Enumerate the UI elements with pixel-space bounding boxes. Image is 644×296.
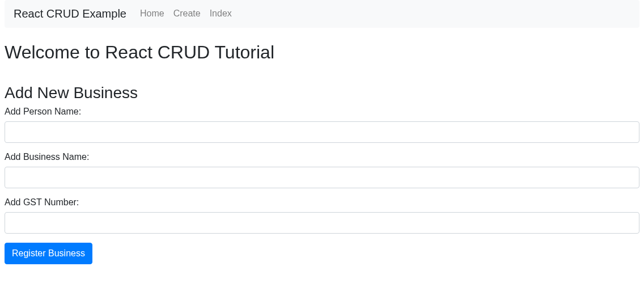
business-name-input[interactable]	[5, 167, 639, 188]
nav-item-index: Index	[205, 9, 236, 19]
gst-number-input[interactable]	[5, 212, 639, 234]
gst-number-label: Add GST Number:	[5, 197, 79, 208]
nav-list: Home Create Index	[135, 9, 236, 19]
nav-item-create: Create	[169, 9, 205, 19]
business-name-label: Add Business Name:	[5, 152, 89, 162]
form-group-person-name: Add Person Name:	[5, 107, 639, 143]
form-group-gst-number: Add GST Number:	[5, 197, 639, 234]
form-container: Add New Business Add Person Name: Add Bu…	[5, 84, 639, 264]
add-business-form: Add Person Name: Add Business Name: Add …	[5, 107, 639, 264]
register-business-button[interactable]	[5, 243, 92, 264]
person-name-input[interactable]	[5, 121, 639, 143]
navbar: React CRUD Example Home Create Index	[5, 0, 639, 28]
nav-link-index[interactable]: Index	[205, 4, 236, 23]
navbar-brand[interactable]: React CRUD Example	[14, 5, 126, 23]
form-group-business-name: Add Business Name:	[5, 152, 639, 188]
form-group-submit	[5, 243, 639, 264]
person-name-label: Add Person Name:	[5, 107, 81, 117]
page-title: Welcome to React CRUD Tutorial	[5, 42, 639, 63]
nav-link-create[interactable]: Create	[169, 4, 205, 23]
nav-item-home: Home	[135, 9, 169, 19]
nav-link-home[interactable]: Home	[135, 4, 169, 23]
form-title: Add New Business	[5, 84, 639, 102]
